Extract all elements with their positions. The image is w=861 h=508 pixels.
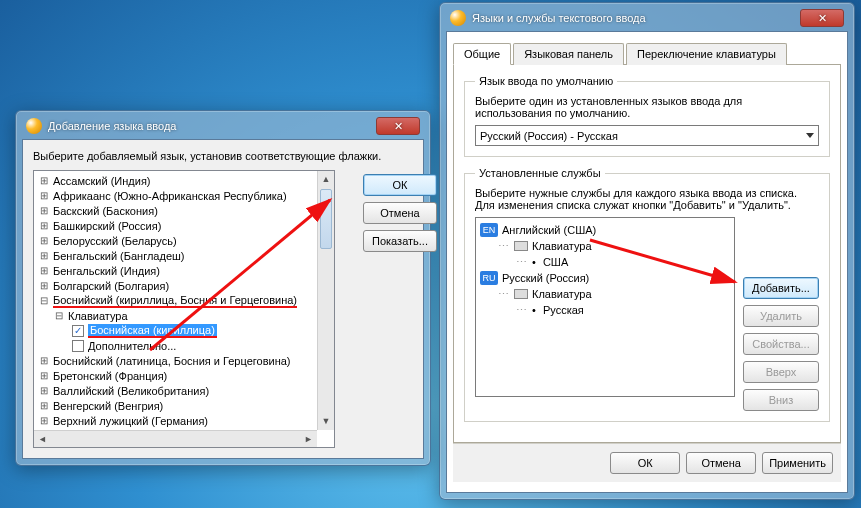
list-item[interactable]: Дополнительно... <box>38 338 334 353</box>
tree-lang-label: Русский (Россия) <box>502 272 589 284</box>
delete-button[interactable]: Удалить <box>743 305 819 327</box>
expand-icon[interactable]: ⊞ <box>38 205 49 216</box>
collapse-icon[interactable]: ⊟ <box>38 295 49 306</box>
language-tree[interactable]: ⊞Ассамский (Индия)⊞Африкаанс (Южно-Африк… <box>33 170 335 448</box>
scroll-right-icon[interactable]: ► <box>300 431 317 447</box>
list-item[interactable]: ⊟Боснийский (кириллица, Босния и Герцего… <box>38 293 334 308</box>
tree-lang-label: Английский (США) <box>502 224 596 236</box>
scroll-up-icon[interactable]: ▲ <box>318 171 334 188</box>
scrollbar-horizontal[interactable]: ◄ ► <box>34 430 317 447</box>
list-item[interactable]: ⊞Белорусский (Беларусь) <box>38 233 334 248</box>
list-item[interactable]: ⊞Африкаанс (Южно-Африканская Республика) <box>38 188 334 203</box>
ok-button[interactable]: ОК <box>610 452 680 474</box>
text-services-window: Языки и службы текстового ввода ✕ Общие … <box>439 2 855 500</box>
tab-strip: Общие Языковая панель Переключение клави… <box>453 42 841 65</box>
globe-icon <box>26 118 42 134</box>
tree-layout-label: Русская <box>543 304 584 316</box>
titlebar[interactable]: Добавление языка ввода ✕ <box>22 117 424 139</box>
checkbox-icon[interactable] <box>72 340 84 352</box>
list-item[interactable]: ⊞Баскский (Баскония) <box>38 203 334 218</box>
scroll-left-icon[interactable]: ◄ <box>34 431 51 447</box>
group-desc: Выберите нужные службы для каждого языка… <box>475 187 819 211</box>
installed-services-group: Установленные службы Выберите нужные слу… <box>464 167 830 422</box>
expand-icon[interactable]: ⊞ <box>38 235 49 246</box>
service-buttons: Добавить... Удалить Свойства... Вверх Вн… <box>743 277 819 411</box>
expand-icon[interactable]: ⊞ <box>38 400 49 411</box>
expand-icon[interactable]: ⊞ <box>38 250 49 261</box>
expand-icon[interactable]: ⊞ <box>38 220 49 231</box>
scroll-down-icon[interactable]: ▼ <box>318 413 334 430</box>
close-icon[interactable]: ✕ <box>800 9 844 27</box>
window-title: Добавление языка ввода <box>48 120 177 132</box>
list-item[interactable]: ⊟Клавиатура <box>38 308 334 323</box>
up-button[interactable]: Вверх <box>743 361 819 383</box>
default-language-group: Язык ввода по умолчанию Выберите один из… <box>464 75 830 157</box>
scroll-thumb[interactable] <box>320 189 332 249</box>
chevron-down-icon <box>806 133 814 138</box>
list-item[interactable]: ⊞Валлийский (Великобритания) <box>38 383 334 398</box>
expand-icon[interactable]: ⊞ <box>38 175 49 186</box>
combo-value: Русский (Россия) - Русская <box>480 130 618 142</box>
group-legend: Установленные службы <box>475 167 605 179</box>
list-item[interactable]: ⊞Ассамский (Индия) <box>38 173 334 188</box>
properties-button[interactable]: Свойства... <box>743 333 819 355</box>
window-title: Языки и службы текстового ввода <box>472 12 646 24</box>
client-area: Выберите добавляемый язык, установив соо… <box>22 139 424 459</box>
lang-tag: EN <box>480 223 498 237</box>
tree-layout-label: США <box>543 256 568 268</box>
tab-language-bar[interactable]: Языковая панель <box>513 43 624 65</box>
show-button[interactable]: Показать... <box>363 230 437 252</box>
globe-icon <box>450 10 466 26</box>
default-language-combo[interactable]: Русский (Россия) - Русская <box>475 125 819 146</box>
add-language-window: Добавление языка ввода ✕ Выберите добавл… <box>15 110 431 466</box>
list-item[interactable]: ⊞Боснийский (латиница, Босния и Герцегов… <box>38 353 334 368</box>
tab-general[interactable]: Общие <box>453 43 511 65</box>
list-item[interactable]: ⊞Бретонский (Франция) <box>38 368 334 383</box>
expand-icon[interactable]: ⊞ <box>38 190 49 201</box>
expand-icon[interactable]: ⊞ <box>38 370 49 381</box>
tab-switching[interactable]: Переключение клавиатуры <box>626 43 787 65</box>
checkbox-checked-icon[interactable] <box>72 325 84 337</box>
cancel-button[interactable]: Отмена <box>363 202 437 224</box>
expand-icon[interactable]: ⊞ <box>38 385 49 396</box>
list-item[interactable]: ⊞Верхний лужицкий (Германия) <box>38 413 334 428</box>
titlebar[interactable]: Языки и службы текстового ввода ✕ <box>446 9 848 31</box>
list-item[interactable]: ⊞Болгарский (Болгария) <box>38 278 334 293</box>
list-item[interactable]: Боснийская (кириллица) <box>38 323 334 338</box>
scrollbar-vertical[interactable]: ▲ ▼ <box>317 171 334 430</box>
dialog-buttons: ОК Отмена Применить <box>453 443 841 482</box>
lang-tag: RU <box>480 271 498 285</box>
services-tree[interactable]: ENАнглийский (США) Клавиатура • США RUРу… <box>475 217 735 397</box>
expand-icon[interactable]: ⊞ <box>38 280 49 291</box>
instruction-text: Выберите добавляемый язык, установив соо… <box>33 150 413 162</box>
list-item[interactable]: ⊞Венгерский (Венгрия) <box>38 398 334 413</box>
group-desc: Выберите один из установленных языков вв… <box>475 95 819 119</box>
expand-icon[interactable]: ⊞ <box>38 355 49 366</box>
add-button[interactable]: Добавить... <box>743 277 819 299</box>
side-buttons: ОК Отмена Показать... <box>363 174 437 252</box>
tree-kbd-label: Клавиатура <box>532 240 592 252</box>
expand-icon[interactable]: ⊞ <box>38 265 49 276</box>
list-item[interactable]: ⊞Башкирский (Россия) <box>38 218 334 233</box>
group-legend: Язык ввода по умолчанию <box>475 75 617 87</box>
cancel-button[interactable]: Отмена <box>686 452 756 474</box>
list-item[interactable]: ⊞Бенгальский (Бангладеш) <box>38 248 334 263</box>
collapse-icon[interactable]: ⊟ <box>53 310 64 321</box>
tab-page: Язык ввода по умолчанию Выберите один из… <box>453 65 841 443</box>
ok-button[interactable]: ОК <box>363 174 437 196</box>
down-button[interactable]: Вниз <box>743 389 819 411</box>
expand-icon[interactable]: ⊞ <box>38 415 49 426</box>
keyboard-icon <box>514 289 528 299</box>
apply-button[interactable]: Применить <box>762 452 833 474</box>
keyboard-icon <box>514 241 528 251</box>
client-area: Общие Языковая панель Переключение клави… <box>446 31 848 493</box>
tree-kbd-label: Клавиатура <box>532 288 592 300</box>
close-icon[interactable]: ✕ <box>376 117 420 135</box>
list-item[interactable]: ⊞Бенгальский (Индия) <box>38 263 334 278</box>
